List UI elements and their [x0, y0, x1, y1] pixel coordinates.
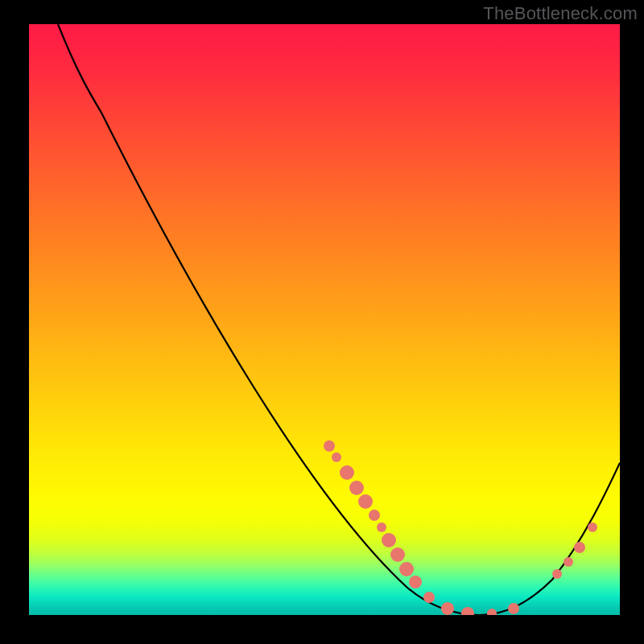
curve-marker [369, 510, 380, 521]
chart-frame: TheBottleneck.com [0, 0, 644, 644]
curve-marker [382, 533, 396, 547]
curve-marker [377, 522, 386, 532]
watermark-text: TheBottleneck.com [483, 3, 638, 24]
curve-marker [552, 569, 562, 579]
curve-marker [564, 557, 573, 567]
curve-marker [461, 607, 474, 615]
curve-marker [487, 609, 497, 615]
curve-marker [508, 603, 519, 614]
curve-marker [441, 602, 454, 615]
curve-marker [358, 494, 373, 509]
curve-marker [574, 542, 585, 553]
curve-marker [332, 452, 341, 462]
curve-marker [588, 522, 597, 532]
curve-marker [349, 481, 364, 495]
curve-marker [340, 465, 354, 480]
bottleneck-curve-svg [29, 24, 620, 615]
curve-marker [324, 440, 335, 452]
plot-area [29, 24, 620, 615]
curve-marker [409, 576, 422, 588]
bottleneck-curve [58, 24, 620, 615]
curve-markers [324, 440, 597, 615]
curve-marker [399, 562, 414, 576]
curve-marker [423, 592, 435, 603]
curve-marker [390, 547, 405, 562]
